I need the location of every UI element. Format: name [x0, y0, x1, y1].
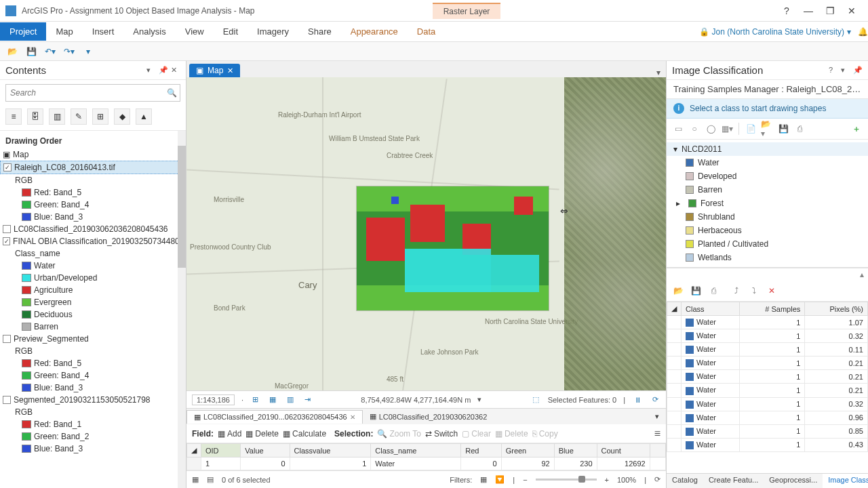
col-blue[interactable]: Blue [554, 444, 597, 458]
sample-row[interactable]: Water10.21 [667, 370, 868, 384]
pin-icon[interactable]: 📌 [853, 66, 863, 75]
close-tab-icon[interactable]: ✕ [350, 413, 355, 421]
list-by-selection-icon[interactable]: ▥ [49, 108, 65, 125]
nav-tool-icon[interactable]: ▦ [267, 395, 278, 404]
sample-row[interactable]: Water10.96 [667, 411, 868, 424]
sample-row[interactable]: Water10.21 [667, 357, 868, 370]
schema-class-row[interactable]: Herbaceous [667, 224, 868, 237]
sample-row[interactable]: Water10.85 [667, 424, 868, 438]
minimize-icon[interactable]: — [797, 3, 819, 19]
tab-map[interactable]: Map [46, 22, 82, 41]
merge-icon[interactable]: ⤴ [730, 285, 743, 297]
contents-search[interactable]: 🔍 [5, 84, 180, 102]
nav-tool-icon[interactable]: ⇥ [302, 395, 313, 404]
delete-field-button[interactable]: ▦ Delete [245, 429, 279, 439]
qat-dropdown-icon[interactable]: ▾ [81, 45, 95, 58]
schema-class-row[interactable]: Planted / Cultivated [667, 237, 868, 251]
refresh-table-icon[interactable]: ⟳ [654, 475, 660, 484]
schema-root[interactable]: ▾NLCD2011 [667, 142, 868, 156]
split-icon[interactable]: ⤵ [748, 285, 760, 297]
checkbox-icon[interactable]: ✓ [3, 237, 10, 245]
attribute-table[interactable]: ◢ OID Value Classvalue Class_name Red Gr… [186, 443, 666, 470]
tab-image-classification[interactable]: Image Classificat [823, 474, 868, 488]
undo-icon[interactable]: ↶▾ [43, 45, 57, 58]
save-edits-icon[interactable]: ⎙ [793, 123, 806, 135]
signed-in-user[interactable]: 🔒Jon (North Carolina State University)▾ [699, 27, 858, 37]
col-green[interactable]: Green [501, 444, 554, 458]
show-all-icon[interactable]: ▦ [192, 475, 199, 484]
help-icon[interactable]: ? [829, 66, 838, 75]
tab-appearance[interactable]: Appearance [341, 22, 408, 41]
list-by-labeling-icon[interactable]: ◆ [114, 108, 130, 125]
attr-tab-1[interactable]: ▦ LC08Classified_20190...062036208045436… [186, 410, 363, 424]
export-samples-icon[interactable]: ⎙ [707, 285, 719, 297]
schema-class-row[interactable]: Shrubland [667, 210, 868, 224]
layer-preview-segmented[interactable]: Preview_Segmented [0, 333, 186, 345]
refresh-icon[interactable]: ⟳ [650, 395, 660, 404]
tab-geoprocessing[interactable]: Geoprocessi... [764, 474, 823, 488]
search-input[interactable] [6, 88, 163, 98]
table-row[interactable]: 1 0 1 Water 0 92 230 12692 [187, 458, 666, 470]
zoom-out-icon[interactable]: − [523, 476, 527, 484]
pause-icon[interactable]: ⏸ [632, 396, 644, 404]
sample-row[interactable]: Water10.32 [667, 329, 868, 343]
rectangle-tool-icon[interactable]: ▭ [672, 123, 684, 135]
filter-icon[interactable]: ▦ [480, 475, 487, 484]
search-icon[interactable]: 🔍 [163, 88, 180, 98]
sample-row[interactable]: Water10.21 [667, 384, 868, 397]
layer-segmented[interactable]: Segmented_20190321153050521798 [0, 394, 186, 406]
close-panel-icon[interactable]: ✕ [171, 66, 180, 75]
sample-row[interactable]: Water11.07 [667, 316, 868, 329]
zoom-in-icon[interactable]: + [605, 476, 609, 484]
checkbox-icon[interactable] [3, 396, 11, 404]
map-tab[interactable]: ▣ Map ✕ [189, 64, 240, 77]
tab-catalog[interactable]: Catalog [667, 474, 703, 488]
calculate-button[interactable]: ▦ Calculate [283, 429, 326, 439]
tab-analysis[interactable]: Analysis [123, 22, 175, 41]
schema-class-row[interactable]: Barren [667, 183, 868, 197]
open-samples-icon[interactable]: 📂 [672, 285, 684, 297]
swipe-handle-icon[interactable]: ⇔ [559, 206, 569, 216]
tab-edit[interactable]: Edit [214, 22, 248, 41]
zoom-slider[interactable] [536, 479, 597, 481]
collapse-icon[interactable]: ▴ [860, 270, 864, 279]
list-by-source-icon[interactable]: 🗄 [27, 108, 43, 125]
col-count[interactable]: Count [597, 444, 650, 458]
sample-row[interactable]: Water10.32 [667, 397, 868, 411]
layer-lc08classified[interactable]: LC08Classified_201903062036208045436 [0, 223, 186, 235]
close-icon[interactable]: ✕ [841, 3, 863, 19]
tab-project[interactable]: Project [0, 22, 46, 41]
checkbox-icon[interactable] [3, 225, 11, 233]
schema-class-row[interactable]: Water [667, 156, 868, 169]
add-field-button[interactable]: ▦ Add [218, 429, 241, 439]
col-red[interactable]: Red [461, 444, 501, 458]
checkbox-icon[interactable] [3, 335, 11, 343]
view-dropdown-icon[interactable]: ▾ [651, 68, 666, 77]
nav-tool-icon[interactable]: ⊞ [250, 395, 260, 404]
redo-icon[interactable]: ↷▾ [62, 45, 76, 58]
tab-data[interactable]: Data [408, 22, 445, 41]
delete-sel-button[interactable]: ▦ Delete [495, 429, 528, 439]
schema-class-row[interactable]: ▸Forest [667, 197, 868, 210]
show-selected-icon[interactable]: ▤ [207, 475, 214, 484]
corner-cell[interactable]: ◢ [667, 302, 682, 316]
checkbox-icon[interactable]: ✓ [3, 163, 12, 171]
restore-icon[interactable]: ❐ [819, 3, 841, 19]
menu-icon[interactable]: ≡ [654, 428, 660, 440]
layer-raleigh[interactable]: ✓Raleigh_LC08_20160413.tif [0, 161, 186, 174]
map-canvas[interactable]: Raleigh-Durham Int'l Airport William B U… [186, 77, 666, 390]
scrollbar[interactable] [178, 131, 186, 488]
tab-create-features[interactable]: Create Featu... [703, 474, 764, 488]
help-icon[interactable]: ? [776, 3, 797, 19]
col-classvalue[interactable]: Classvalue [290, 444, 371, 458]
close-tab-icon[interactable]: ✕ [227, 66, 233, 75]
tab-share[interactable]: Share [298, 22, 341, 41]
delete-sample-icon[interactable]: ✕ [766, 285, 778, 297]
samples-table[interactable]: ◢ Class # Samples Pixels (%) Water11.07W… [667, 302, 868, 473]
filter-icon[interactable]: 🔽 [495, 475, 505, 484]
list-by-snapping-icon[interactable]: ⊞ [92, 108, 108, 125]
copy-button[interactable]: ⎘ Copy [532, 429, 558, 439]
layer-final-obia[interactable]: ✓FINAL OBIA Classification_2019032507344… [0, 235, 186, 247]
notifications-icon[interactable]: 🔔 [858, 27, 868, 37]
list-by-editing-icon[interactable]: ✎ [71, 108, 87, 125]
